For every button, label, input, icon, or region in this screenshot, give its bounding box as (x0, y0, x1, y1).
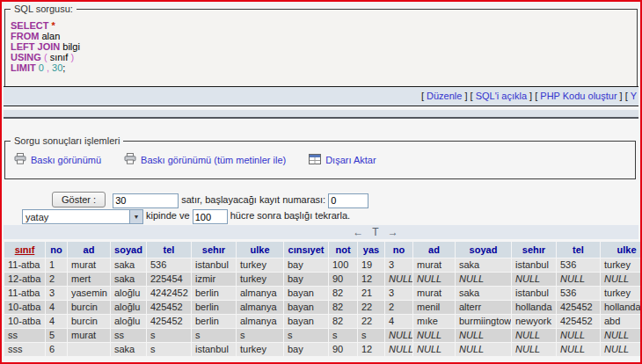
table-cell: 425452 (147, 315, 191, 328)
table-row: 10-atba4burcinaloğlu425452berlinalmanyab… (4, 315, 642, 328)
table-navigation-bar: ←T→ (4, 225, 638, 239)
sort-link-ad[interactable]: ad (428, 244, 440, 255)
table-cell: 425452 (557, 315, 600, 328)
table-cell: bay (284, 258, 328, 272)
table-cell: bayan (284, 287, 328, 300)
sort-link-cınsıyet[interactable]: cınsıyet (288, 244, 325, 255)
table-cell: berlin (192, 287, 236, 300)
column-header-cınsıyet: cınsıyet (284, 242, 328, 258)
table-cell: 4 (385, 315, 412, 328)
sort-link-soyad[interactable]: soyad (114, 244, 142, 255)
sql-footer-link[interactable]: SQL'i açıkla (476, 91, 527, 101)
print-view-full-texts-link[interactable]: Baskı görünümü (tüm metinler ile) (124, 153, 286, 166)
table-cell: s (329, 329, 357, 342)
start-record-input[interactable] (328, 193, 368, 208)
table-cell: NULL (385, 329, 412, 342)
export-link[interactable]: Dışarı Aktar (309, 154, 376, 166)
table-cell: turkey (237, 273, 283, 286)
table-cell: NULL (456, 329, 511, 342)
table-cell: saka (456, 287, 511, 300)
pager-left-arrow[interactable]: ← (348, 226, 368, 238)
table-cell: 536 (147, 258, 191, 272)
printer-icon (124, 153, 136, 166)
column-header-sınıf: sınıf (4, 242, 45, 258)
display-mode-select[interactable]: yatay ▼ (22, 209, 143, 224)
table-row: 11-atba1muratsaka536istanbulturkeybay100… (4, 258, 642, 272)
column-header-ulke: ulke (601, 242, 642, 258)
table-cell: turkey (237, 258, 283, 272)
sort-link-no[interactable]: no (393, 244, 405, 255)
sql-footer-link-truncated[interactable]: Y (631, 91, 637, 101)
results-table-container: sınıfnoadsoyadtelsehırulkecınsıyetnotyas… (4, 241, 642, 357)
table-cell: turkey (237, 343, 283, 356)
table-cell: 536 (557, 287, 600, 300)
table-row: 12-atba2mertsaka225454izmirturkeybay9012… (4, 273, 642, 286)
sql-footer-link[interactable]: Düzenle (427, 91, 462, 101)
table-cell: izmir (192, 273, 236, 286)
table-cell: 21 (358, 287, 384, 300)
sort-link-sehır[interactable]: sehır (522, 244, 545, 255)
printer-icon (14, 153, 26, 166)
bracket-text: ] (617, 91, 625, 101)
sql-footer-link[interactable]: PHP Kodu oluştur (540, 91, 616, 101)
rows-start-label: satır, başlayacağı kayıt numarası: (181, 194, 325, 205)
table-cell: 11-atba (4, 287, 45, 300)
show-button[interactable]: Göster : (52, 192, 106, 207)
table-cell (68, 343, 110, 356)
repeat-headers-input[interactable] (193, 209, 228, 224)
display-options-row-1: Göster : satır, başlayacağı kayıt numara… (52, 192, 368, 208)
table-cell: yasemin (68, 287, 110, 300)
sort-link-soyad[interactable]: soyad (470, 244, 498, 255)
table-cell: s (192, 329, 236, 342)
sort-link-tel[interactable]: tel (164, 244, 175, 255)
table-cell: 19 (358, 258, 384, 272)
table-cell: istanbul (512, 287, 556, 300)
table-cell: hollanda (512, 301, 556, 314)
sort-link-no[interactable]: no (50, 244, 62, 255)
row-count-input[interactable] (113, 193, 179, 208)
table-cell: 3 (46, 287, 67, 300)
table-cell: aloğlu (111, 287, 146, 300)
table-cell: aloğlu (111, 315, 146, 328)
sort-link-ad[interactable]: ad (84, 244, 95, 255)
print-view-link[interactable]: Baskı görünümü (14, 153, 101, 166)
sort-link-yas[interactable]: yas (363, 244, 379, 255)
sql-code: SELECT *FROM alanLEFT JOIN bilgiUSING ( … (5, 10, 637, 73)
table-cell: turkey (601, 287, 642, 300)
table-cell: 82 (329, 301, 357, 314)
table-header-row: sınıfnoadsoyadtelsehırulkecınsıyetnotyas… (4, 242, 642, 258)
table-cell: s (284, 329, 328, 342)
column-header-tel: tel (557, 242, 600, 258)
display-options-row-2: yatay ▼ kipinde ve hücre sonra başlığı t… (22, 209, 350, 224)
column-header-no: no (46, 242, 67, 258)
table-cell: istanbul (512, 258, 556, 272)
table-cell: NULL (413, 329, 455, 342)
table-cell: almanya (237, 287, 283, 300)
table-cell: NULL (557, 343, 600, 356)
sort-link-ulke[interactable]: ulke (250, 244, 269, 255)
sort-link-ulke[interactable]: ulke (616, 244, 636, 255)
sort-link-sınıf[interactable]: sınıf (15, 244, 35, 255)
sql-line: FROM alan (11, 31, 637, 41)
pager-right-arrow[interactable]: → (383, 226, 403, 238)
section-divider-strip (4, 110, 638, 119)
sql-line: LIMIT 0 , 30; (11, 62, 637, 73)
table-cell: 4 (46, 315, 67, 328)
sql-query-fieldset: SQL sorgusu: SELECT *FROM alanLEFT JOIN … (4, 9, 638, 86)
sort-link-not[interactable]: not (335, 244, 350, 255)
table-cell: s (147, 343, 191, 356)
table-cell: 425452 (557, 301, 600, 314)
mode-label: kipinde ve (146, 210, 190, 221)
table-cell: murat (68, 329, 110, 342)
table-cell: burmiingtown (456, 315, 511, 328)
table-cell: NULL (601, 273, 642, 286)
column-header-sehır: sehır (192, 242, 236, 258)
table-cell: 4 (46, 301, 67, 314)
sort-link-sehır[interactable]: sehır (202, 244, 225, 255)
pager-toggle[interactable]: T (368, 226, 383, 238)
bracket-text: ] (462, 91, 470, 101)
sort-link-tel[interactable]: tel (573, 244, 584, 255)
table-cell: NULL (413, 273, 455, 286)
table-cell: NULL (601, 329, 642, 342)
table-row: 10-atba4burcinaloğlu425452berlinalmanyab… (4, 301, 642, 314)
